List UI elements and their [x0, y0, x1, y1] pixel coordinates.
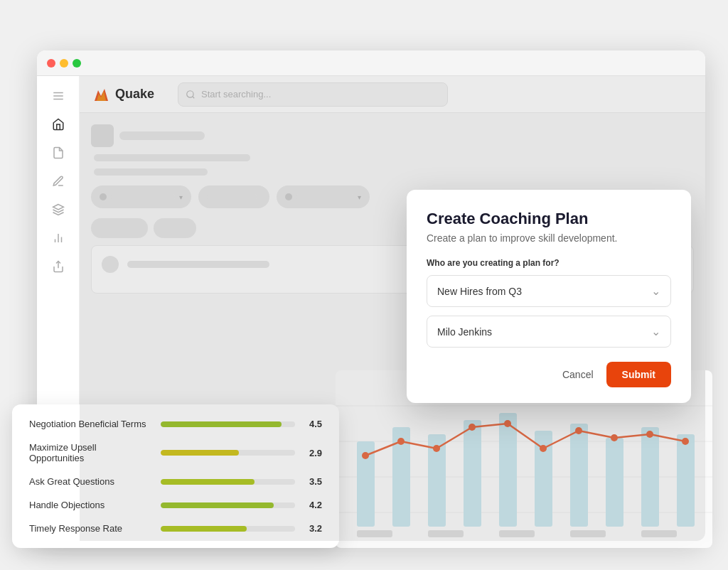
person-chevron-icon: ⌄ — [651, 325, 660, 338]
coaching-plan-modal: Create Coaching Plan Create a plan to im… — [407, 190, 691, 403]
group-select[interactable]: New Hires from Q3 ⌄ — [427, 275, 671, 307]
main-content: Quake Start searching... — [80, 76, 705, 541]
group-chevron-icon: ⌄ — [651, 284, 660, 298]
person-select-value: Milo Jenkins — [437, 326, 492, 338]
app-layout: Quake Start searching... — [37, 76, 705, 541]
modal-subtitle: Create a plan to improve skill developme… — [427, 232, 671, 244]
cancel-button[interactable]: Cancel — [560, 363, 596, 386]
sidebar-layers-icon[interactable] — [46, 197, 71, 222]
traffic-light-yellow[interactable] — [60, 59, 68, 68]
sidebar-menu-icon[interactable] — [46, 83, 71, 109]
submit-button[interactable]: Submit — [606, 362, 671, 387]
svg-marker-3 — [53, 205, 63, 210]
person-select[interactable]: Milo Jenkins ⌄ — [427, 316, 671, 348]
sidebar-edit-icon[interactable] — [46, 168, 71, 194]
traffic-light-red[interactable] — [47, 59, 55, 68]
modal-title: Create Coaching Plan — [427, 210, 671, 228]
sidebar-home-icon[interactable] — [46, 112, 71, 137]
traffic-lights — [47, 59, 81, 68]
browser-titlebar — [37, 50, 705, 76]
modal-plan-for-label: Who are you creating a plan for? — [427, 258, 671, 268]
sidebar-share-icon[interactable] — [46, 254, 71, 279]
browser-window: Quake Start searching... — [37, 50, 705, 541]
group-select-value: New Hires from Q3 — [437, 286, 522, 297]
modal-footer: Cancel Submit — [427, 362, 671, 387]
sidebar-chart-icon[interactable] — [46, 225, 71, 251]
sidebar-document-icon[interactable] — [46, 140, 71, 166]
traffic-light-green[interactable] — [73, 59, 81, 68]
